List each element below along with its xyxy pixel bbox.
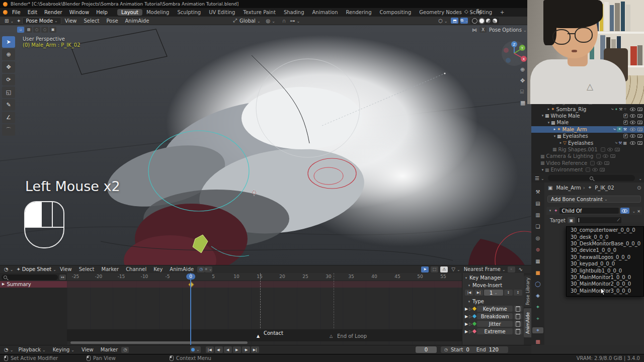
scene-icon[interactable]: ◇: [463, 9, 474, 14]
render-camera-icon[interactable]: [604, 161, 609, 165]
workspace-tab-uv-editing[interactable]: UV Editing: [205, 9, 239, 16]
tab-scene[interactable]: ◎: [532, 235, 543, 241]
jump-end-button[interactable]: ▶|: [251, 346, 259, 353]
exclude-checkbox[interactable]: [623, 134, 628, 138]
expand-channels-icon[interactable]: ↔: [59, 275, 66, 280]
viewport-menu-select[interactable]: Select: [80, 18, 103, 24]
dropdown-item[interactable]: 30_desk_0_0_0: [567, 233, 643, 240]
dropdown-item[interactable]: 30_MainMonitor2_0_0_0: [567, 281, 643, 287]
tool-select-box[interactable]: ➤: [2, 36, 15, 48]
next-keyframe-button[interactable]: ·▶: [242, 346, 250, 353]
breadcrumb-object[interactable]: Male_Arm: [556, 185, 581, 191]
channel-search-input[interactable]: [2, 275, 58, 280]
key-manager-header[interactable]: ▾ Key Manager: [462, 273, 524, 281]
expander-icon[interactable]: ▶: [2, 282, 5, 286]
expander-icon[interactable]: ▾: [548, 209, 552, 213]
outliner-row-sombra-rig[interactable]: ▸ ✦ Sombra_Rig ⤷✦⚒⁘: [531, 106, 644, 112]
tool-measure[interactable]: ∠: [2, 112, 15, 123]
delete-type-button[interactable]: [514, 313, 522, 319]
tab-physics[interactable]: ◯: [532, 281, 543, 287]
viewport-render[interactable]: [0, 25, 531, 265]
viewport-menu-animaide[interactable]: AnimAide: [122, 18, 153, 24]
shading-solid-icon[interactable]: [479, 19, 484, 23]
workspace-tab-rendering[interactable]: Rendering: [342, 9, 375, 16]
select-tweak-icon[interactable]: ▫: [17, 27, 24, 33]
render-camera-icon[interactable]: [637, 128, 642, 131]
zoom-icon[interactable]: ⊕: [520, 66, 525, 73]
shading-rendered-icon[interactable]: [493, 19, 497, 23]
playhead[interactable]: [190, 273, 191, 345]
render-camera-icon[interactable]: [637, 121, 642, 124]
auto-keying-toggle[interactable]: [190, 346, 201, 353]
expander-icon[interactable]: ▾: [552, 134, 557, 138]
key-type-button[interactable]: Extreme: [477, 328, 513, 334]
filter-icon[interactable]: ▽: [450, 266, 461, 272]
render-camera-icon[interactable]: [637, 108, 642, 111]
outliner-row-male-arm[interactable]: ▸ ✦ Male_Arm ⤷✦⚒: [531, 126, 644, 133]
viewport-menu-view[interactable]: View: [61, 18, 80, 24]
tab-object[interactable]: ■: [532, 269, 543, 276]
dropdown-item[interactable]: 30_computertower_0_0_0: [567, 227, 643, 233]
mode-dropdown[interactable]: Pose Mode: [22, 17, 61, 25]
workspace-tab-modeling[interactable]: Modeling: [142, 9, 174, 16]
ds-menu-animaide[interactable]: AnimAide: [166, 266, 197, 272]
constraint-name-field[interactable]: Child Of: [559, 208, 619, 214]
hide-eye-icon[interactable]: [607, 148, 613, 151]
outliner-row-eyelashes-collection[interactable]: ▾ ▦ Eyelashes: [531, 133, 644, 139]
workspace-tab-geometry-nodes[interactable]: Geometry Nodes: [415, 9, 465, 16]
add-bone-constraint-button[interactable]: Add Bone Constraint: [547, 196, 641, 203]
select-paint-icon[interactable]: ▣: [49, 27, 56, 33]
tool-annotate[interactable]: ✎: [2, 99, 15, 111]
viewport-3d[interactable]: ▫ ▨ ◌ ◌ ▣ ➤ ⊕ ✥ ⟳ ◱ ✎ ∠ ⌒ User Perspecti…: [0, 25, 531, 265]
playback-sync-icon[interactable]: ◷: [197, 266, 205, 273]
show-hidden-icon[interactable]: ⬚: [431, 266, 438, 273]
horizontal-scrollbar[interactable]: [70, 341, 248, 344]
gizmo-toggle-icon[interactable]: ⬡: [437, 18, 449, 24]
workspace-tab-sculpting[interactable]: Sculpting: [173, 9, 205, 16]
hide-eye-icon[interactable]: [630, 108, 635, 111]
overlays-toggle-icon[interactable]: ⬒: [451, 18, 458, 24]
breadcrumb-bone[interactable]: P_IK_02: [595, 185, 614, 191]
outliner-row-video-reference[interactable]: ▦ Video Reference: [531, 160, 644, 166]
pose-options-dropdown[interactable]: Pose Options: [489, 27, 527, 33]
outliner-row-camera-lighting[interactable]: ▦ Camera & Lighting: [531, 153, 644, 159]
orientation-dropdown[interactable]: Global: [239, 18, 261, 24]
navigation-gizmo[interactable]: Z Y X: [501, 40, 527, 67]
frames-amount-field[interactable]: 1: [484, 290, 503, 296]
exclude-checkbox[interactable]: [623, 120, 628, 125]
editor-type-icon[interactable]: ◔: [3, 266, 15, 272]
tab-output[interactable]: ▥: [532, 212, 543, 218]
move-insert-header[interactable]: ▾ Move-Insert: [462, 281, 524, 288]
render-camera-icon[interactable]: [610, 154, 615, 158]
expander-icon[interactable]: ▸: [558, 141, 563, 145]
delete-type-button[interactable]: [514, 306, 522, 312]
dropdown-item[interactable]: 30_device1_0_0_0: [567, 247, 643, 253]
exclude-checkbox[interactable]: [601, 147, 605, 152]
target-input[interactable]: ⟋: [577, 217, 621, 223]
hide-eye-icon[interactable]: [630, 141, 635, 145]
proportional-edit-icon[interactable]: ◦: [508, 266, 515, 273]
tab-bone[interactable]: ⌖: [532, 316, 543, 322]
deselect-flag-icon[interactable]: ▷: [469, 322, 472, 326]
target-object-icon[interactable]: ▣: [568, 217, 575, 223]
hide-eye-icon[interactable]: [630, 114, 635, 118]
render-camera-icon[interactable]: [615, 148, 620, 151]
pan-icon[interactable]: ✥: [520, 77, 525, 84]
dropdown-item[interactable]: 30_DeskMonitorBase_0_0_0: [567, 240, 643, 247]
select-lasso-icon[interactable]: ◌: [41, 27, 48, 33]
prev-keyframe-button[interactable]: ◀·: [215, 346, 223, 353]
key-type-button[interactable]: Jitter: [477, 321, 513, 327]
dropdown-item[interactable]: 30_hexwallLogos_0_0_0: [567, 254, 643, 260]
marker-label-contact[interactable]: Contact: [264, 330, 283, 336]
delete-type-button[interactable]: [514, 328, 522, 334]
mirror-pose-icon[interactable]: ⋈: [472, 27, 477, 33]
tab-tool[interactable]: ⚒: [532, 189, 543, 195]
xray-toggle-icon[interactable]: ⧉: [460, 18, 468, 24]
tool-move[interactable]: ✥: [2, 61, 15, 73]
menu-edit[interactable]: Edit: [24, 9, 41, 16]
outliner-row-whole-male[interactable]: ▾ ▦ Whole Male: [531, 113, 644, 119]
camera-view-icon[interactable]: ⌻: [520, 88, 525, 95]
deselect-flag-icon[interactable]: ▷: [469, 329, 472, 334]
current-frame-field[interactable]: 0: [416, 346, 437, 353]
hide-eye-icon[interactable]: [592, 168, 598, 171]
